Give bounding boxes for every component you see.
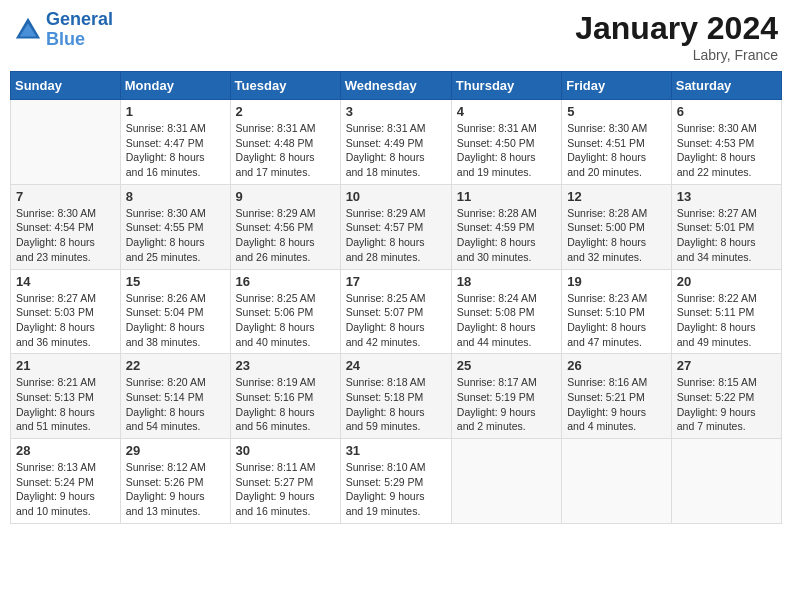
- title-section: January 2024 Labry, France: [575, 10, 778, 63]
- calendar-week-row: 1Sunrise: 8:31 AMSunset: 4:47 PMDaylight…: [11, 100, 782, 185]
- calendar-day-cell: 6Sunrise: 8:30 AMSunset: 4:53 PMDaylight…: [671, 100, 781, 185]
- day-number: 7: [16, 189, 115, 204]
- day-info: Sunrise: 8:15 AMSunset: 5:22 PMDaylight:…: [677, 375, 776, 434]
- weekday-header: Friday: [562, 72, 672, 100]
- weekday-header: Monday: [120, 72, 230, 100]
- calendar-day-cell: 3Sunrise: 8:31 AMSunset: 4:49 PMDaylight…: [340, 100, 451, 185]
- day-number: 4: [457, 104, 556, 119]
- day-info: Sunrise: 8:13 AMSunset: 5:24 PMDaylight:…: [16, 460, 115, 519]
- day-number: 17: [346, 274, 446, 289]
- calendar-week-row: 28Sunrise: 8:13 AMSunset: 5:24 PMDayligh…: [11, 439, 782, 524]
- logo: General Blue: [14, 10, 113, 50]
- day-number: 15: [126, 274, 225, 289]
- day-info: Sunrise: 8:31 AMSunset: 4:48 PMDaylight:…: [236, 121, 335, 180]
- day-number: 26: [567, 358, 666, 373]
- calendar-day-cell: 23Sunrise: 8:19 AMSunset: 5:16 PMDayligh…: [230, 354, 340, 439]
- day-number: 8: [126, 189, 225, 204]
- day-info: Sunrise: 8:17 AMSunset: 5:19 PMDaylight:…: [457, 375, 556, 434]
- day-info: Sunrise: 8:30 AMSunset: 4:53 PMDaylight:…: [677, 121, 776, 180]
- day-number: 9: [236, 189, 335, 204]
- day-info: Sunrise: 8:31 AMSunset: 4:50 PMDaylight:…: [457, 121, 556, 180]
- calendar-day-cell: 13Sunrise: 8:27 AMSunset: 5:01 PMDayligh…: [671, 184, 781, 269]
- day-number: 28: [16, 443, 115, 458]
- calendar-day-cell: [671, 439, 781, 524]
- weekday-header: Thursday: [451, 72, 561, 100]
- calendar-day-cell: 27Sunrise: 8:15 AMSunset: 5:22 PMDayligh…: [671, 354, 781, 439]
- day-number: 13: [677, 189, 776, 204]
- calendar-day-cell: 15Sunrise: 8:26 AMSunset: 5:04 PMDayligh…: [120, 269, 230, 354]
- calendar-day-cell: 24Sunrise: 8:18 AMSunset: 5:18 PMDayligh…: [340, 354, 451, 439]
- day-number: 2: [236, 104, 335, 119]
- calendar-day-cell: 29Sunrise: 8:12 AMSunset: 5:26 PMDayligh…: [120, 439, 230, 524]
- calendar-day-cell: 26Sunrise: 8:16 AMSunset: 5:21 PMDayligh…: [562, 354, 672, 439]
- calendar-table: SundayMondayTuesdayWednesdayThursdayFrid…: [10, 71, 782, 524]
- day-number: 29: [126, 443, 225, 458]
- day-info: Sunrise: 8:30 AMSunset: 4:54 PMDaylight:…: [16, 206, 115, 265]
- day-info: Sunrise: 8:20 AMSunset: 5:14 PMDaylight:…: [126, 375, 225, 434]
- calendar-day-cell: 12Sunrise: 8:28 AMSunset: 5:00 PMDayligh…: [562, 184, 672, 269]
- day-number: 22: [126, 358, 225, 373]
- calendar-day-cell: 17Sunrise: 8:25 AMSunset: 5:07 PMDayligh…: [340, 269, 451, 354]
- day-info: Sunrise: 8:28 AMSunset: 5:00 PMDaylight:…: [567, 206, 666, 265]
- day-number: 25: [457, 358, 556, 373]
- calendar-week-row: 14Sunrise: 8:27 AMSunset: 5:03 PMDayligh…: [11, 269, 782, 354]
- month-title: January 2024: [575, 10, 778, 47]
- day-info: Sunrise: 8:24 AMSunset: 5:08 PMDaylight:…: [457, 291, 556, 350]
- day-number: 21: [16, 358, 115, 373]
- weekday-header: Wednesday: [340, 72, 451, 100]
- day-info: Sunrise: 8:30 AMSunset: 4:55 PMDaylight:…: [126, 206, 225, 265]
- calendar-day-cell: 2Sunrise: 8:31 AMSunset: 4:48 PMDaylight…: [230, 100, 340, 185]
- day-info: Sunrise: 8:31 AMSunset: 4:49 PMDaylight:…: [346, 121, 446, 180]
- day-number: 30: [236, 443, 335, 458]
- calendar-day-cell: 18Sunrise: 8:24 AMSunset: 5:08 PMDayligh…: [451, 269, 561, 354]
- calendar-week-row: 7Sunrise: 8:30 AMSunset: 4:54 PMDaylight…: [11, 184, 782, 269]
- day-number: 3: [346, 104, 446, 119]
- calendar-day-cell: 30Sunrise: 8:11 AMSunset: 5:27 PMDayligh…: [230, 439, 340, 524]
- day-number: 12: [567, 189, 666, 204]
- day-number: 20: [677, 274, 776, 289]
- calendar-day-cell: 11Sunrise: 8:28 AMSunset: 4:59 PMDayligh…: [451, 184, 561, 269]
- day-number: 5: [567, 104, 666, 119]
- calendar-day-cell: 22Sunrise: 8:20 AMSunset: 5:14 PMDayligh…: [120, 354, 230, 439]
- day-info: Sunrise: 8:23 AMSunset: 5:10 PMDaylight:…: [567, 291, 666, 350]
- calendar-day-cell: [11, 100, 121, 185]
- day-info: Sunrise: 8:30 AMSunset: 4:51 PMDaylight:…: [567, 121, 666, 180]
- weekday-header: Tuesday: [230, 72, 340, 100]
- calendar-day-cell: 19Sunrise: 8:23 AMSunset: 5:10 PMDayligh…: [562, 269, 672, 354]
- calendar-day-cell: 25Sunrise: 8:17 AMSunset: 5:19 PMDayligh…: [451, 354, 561, 439]
- day-number: 14: [16, 274, 115, 289]
- day-info: Sunrise: 8:19 AMSunset: 5:16 PMDaylight:…: [236, 375, 335, 434]
- calendar-day-cell: 1Sunrise: 8:31 AMSunset: 4:47 PMDaylight…: [120, 100, 230, 185]
- day-number: 11: [457, 189, 556, 204]
- day-info: Sunrise: 8:26 AMSunset: 5:04 PMDaylight:…: [126, 291, 225, 350]
- day-info: Sunrise: 8:12 AMSunset: 5:26 PMDaylight:…: [126, 460, 225, 519]
- day-info: Sunrise: 8:21 AMSunset: 5:13 PMDaylight:…: [16, 375, 115, 434]
- calendar-day-cell: 8Sunrise: 8:30 AMSunset: 4:55 PMDaylight…: [120, 184, 230, 269]
- day-info: Sunrise: 8:11 AMSunset: 5:27 PMDaylight:…: [236, 460, 335, 519]
- day-info: Sunrise: 8:25 AMSunset: 5:06 PMDaylight:…: [236, 291, 335, 350]
- day-info: Sunrise: 8:31 AMSunset: 4:47 PMDaylight:…: [126, 121, 225, 180]
- day-info: Sunrise: 8:10 AMSunset: 5:29 PMDaylight:…: [346, 460, 446, 519]
- calendar-day-cell: 4Sunrise: 8:31 AMSunset: 4:50 PMDaylight…: [451, 100, 561, 185]
- logo-text: General Blue: [46, 10, 113, 50]
- calendar-day-cell: 28Sunrise: 8:13 AMSunset: 5:24 PMDayligh…: [11, 439, 121, 524]
- calendar-day-cell: 5Sunrise: 8:30 AMSunset: 4:51 PMDaylight…: [562, 100, 672, 185]
- day-number: 10: [346, 189, 446, 204]
- calendar-day-cell: 10Sunrise: 8:29 AMSunset: 4:57 PMDayligh…: [340, 184, 451, 269]
- day-info: Sunrise: 8:28 AMSunset: 4:59 PMDaylight:…: [457, 206, 556, 265]
- day-info: Sunrise: 8:29 AMSunset: 4:57 PMDaylight:…: [346, 206, 446, 265]
- day-number: 18: [457, 274, 556, 289]
- calendar-day-cell: 14Sunrise: 8:27 AMSunset: 5:03 PMDayligh…: [11, 269, 121, 354]
- calendar-header-row: SundayMondayTuesdayWednesdayThursdayFrid…: [11, 72, 782, 100]
- day-number: 16: [236, 274, 335, 289]
- day-info: Sunrise: 8:27 AMSunset: 5:03 PMDaylight:…: [16, 291, 115, 350]
- calendar-day-cell: [562, 439, 672, 524]
- day-number: 6: [677, 104, 776, 119]
- day-number: 27: [677, 358, 776, 373]
- day-info: Sunrise: 8:18 AMSunset: 5:18 PMDaylight:…: [346, 375, 446, 434]
- calendar-week-row: 21Sunrise: 8:21 AMSunset: 5:13 PMDayligh…: [11, 354, 782, 439]
- location: Labry, France: [575, 47, 778, 63]
- calendar-day-cell: [451, 439, 561, 524]
- calendar-day-cell: 9Sunrise: 8:29 AMSunset: 4:56 PMDaylight…: [230, 184, 340, 269]
- day-number: 31: [346, 443, 446, 458]
